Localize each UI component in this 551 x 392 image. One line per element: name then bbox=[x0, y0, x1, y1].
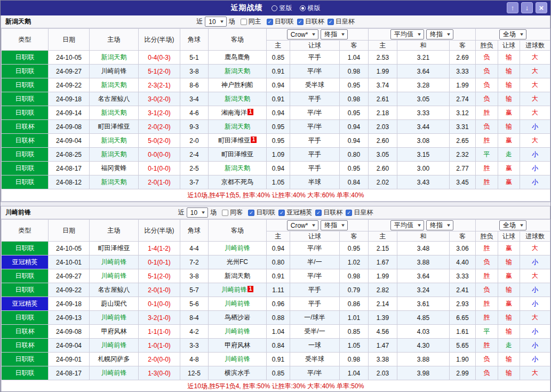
result-handicap: 走 bbox=[498, 148, 520, 162]
same-venue-checkbox[interactable]: 同主 bbox=[241, 17, 261, 26]
avg-away: 2.32 bbox=[450, 148, 476, 162]
handicap: 半球 bbox=[290, 175, 340, 189]
match-type: 日职联 bbox=[2, 65, 49, 78]
odds-time-select[interactable]: 终指▼ bbox=[321, 29, 348, 39]
corner-score: 3-8 bbox=[180, 65, 209, 78]
match-row: 日职联24-09-27川崎前锋5-1(2-0)3-8新潟天鹅0.91平/半0.9… bbox=[2, 269, 550, 283]
handicap: 平/半 bbox=[290, 120, 340, 134]
radio-vertical-layout[interactable]: 竖版 bbox=[271, 4, 292, 13]
match-date: 24-09-04 bbox=[49, 339, 90, 353]
result-goals: 大 bbox=[520, 92, 550, 106]
away-team: 町田泽维亚 bbox=[209, 148, 267, 162]
avg-home: 1.39 bbox=[369, 311, 397, 325]
close-button[interactable]: × bbox=[536, 2, 547, 13]
scroll-down-button[interactable]: ↓ bbox=[521, 2, 533, 13]
match-type: 日职联 bbox=[2, 366, 49, 380]
match-score: 2-0(2-0) bbox=[139, 120, 180, 134]
col-header-date: 日期 bbox=[49, 29, 90, 51]
same-venue-checkbox[interactable]: 同客 bbox=[222, 208, 243, 217]
match-row: 日职联24-09-18名古屋鲸八3-0(2-0)3-4新潟天鹅0.91平手0.9… bbox=[2, 92, 550, 106]
avg-source-select[interactable]: 平均值▼ bbox=[390, 29, 424, 39]
col-header-date: 日期 bbox=[49, 220, 90, 242]
odds-away: 0.98 bbox=[340, 65, 369, 78]
checkbox-icon: ✓ bbox=[267, 19, 273, 25]
odds-away: 1.04 bbox=[340, 366, 369, 380]
radio-label: 竖版 bbox=[280, 4, 292, 13]
match-score: 1-4(1-2) bbox=[139, 242, 180, 255]
competition-checkbox[interactable]: ✓日职联 bbox=[248, 208, 275, 217]
match-date: 24-09-08 bbox=[49, 120, 90, 134]
odds-away: 0.98 bbox=[340, 353, 369, 366]
corner-score: 2-0 bbox=[180, 134, 209, 148]
competition-checkbox[interactable]: ✓亚冠精英 bbox=[278, 208, 312, 217]
radio-icon bbox=[300, 5, 306, 11]
subcol-odds-away: 客 bbox=[340, 41, 369, 51]
result-goals: 大 bbox=[520, 106, 550, 120]
match-count-select[interactable]: 10▼ bbox=[205, 17, 226, 27]
team-link: 新潟天鹅 bbox=[225, 272, 250, 279]
competition-checkbox[interactable]: ✓日联杯 bbox=[297, 17, 324, 26]
avg-home: 4.56 bbox=[369, 325, 397, 339]
odds-time-select[interactable]: 终指▼ bbox=[321, 220, 348, 230]
odds-home: 0.91 bbox=[267, 353, 290, 366]
competition-checkbox[interactable]: ✓日职联 bbox=[267, 17, 294, 26]
odds-away: 0.86 bbox=[340, 297, 369, 311]
away-team: 横滨水手 bbox=[209, 366, 267, 380]
home-team: 名古屋鲸八 bbox=[90, 283, 139, 297]
handicap: 受半球 bbox=[290, 78, 340, 92]
avg-away: 3.45 bbox=[450, 175, 476, 189]
period-select[interactable]: 全场▼ bbox=[499, 220, 526, 230]
odds-away: 1.05 bbox=[340, 339, 369, 353]
result-outcome: 胜 bbox=[476, 297, 498, 311]
scroll-up-button[interactable]: ↑ bbox=[507, 2, 518, 13]
competition-checkbox[interactable]: ✓日联杯 bbox=[315, 208, 342, 217]
avg-source-select[interactable]: 平均值▼ bbox=[390, 220, 424, 230]
match-type: 亚冠精英 bbox=[2, 255, 49, 269]
summary-row: 近10场,胜4平1负5, 胜率:40% 让胜率:40% 大率:60% 单率:40… bbox=[2, 189, 550, 202]
avg-home: 2.03 bbox=[369, 366, 397, 380]
match-row: 日职联24-09-22新潟天鹅2-3(2-1)8-6神户胜利船0.94受半球0.… bbox=[2, 78, 550, 92]
checkbox-icon: ✓ bbox=[248, 210, 254, 216]
team-link: 町田泽维亚 bbox=[221, 150, 253, 158]
result-handicap: 输 bbox=[498, 366, 520, 380]
team-link: 川崎前锋 bbox=[101, 67, 127, 75]
match-score: 3-1(2-0) bbox=[139, 106, 180, 120]
odds-home: 0.94 bbox=[267, 242, 290, 255]
match-score: 5-1(2-0) bbox=[139, 65, 180, 78]
games-label: 场 bbox=[229, 17, 235, 26]
corner-score: 3-4 bbox=[180, 92, 209, 106]
result-goals: 小 bbox=[520, 325, 550, 339]
avg-time-select[interactable]: 终指▼ bbox=[426, 220, 453, 230]
team-link: 新潟天鹅 bbox=[101, 150, 127, 158]
competition-checkbox[interactable]: ✓日皇杯 bbox=[328, 17, 355, 26]
match-count-select[interactable]: 10▼ bbox=[187, 207, 208, 218]
checkbox-label: 亚冠精英 bbox=[286, 208, 312, 217]
period-select[interactable]: 全场▼ bbox=[499, 29, 526, 39]
odds-source-select[interactable]: Crow*▼ bbox=[287, 29, 319, 39]
result-outcome: 胜 bbox=[476, 311, 498, 325]
result-handicap: 赢 bbox=[498, 297, 520, 311]
chevron-down-icon: ▼ bbox=[201, 210, 206, 215]
result-group-header: 全场▼ bbox=[476, 220, 550, 231]
result-goals: 大 bbox=[520, 311, 550, 325]
team-name: 新潟天鹅 bbox=[5, 17, 31, 26]
home-team: 新潟天鹅 bbox=[90, 106, 139, 120]
match-row: 日联杯24-09-08町田泽维亚2-0(2-0)9-3新潟天鹅0.95平/半0.… bbox=[2, 120, 550, 134]
competition-checkbox[interactable]: ✓日皇杯 bbox=[346, 208, 373, 217]
corner-score: 5-1 bbox=[180, 51, 209, 65]
avg-time-select[interactable]: 终指▼ bbox=[426, 29, 453, 39]
col-header-corner: 角球 bbox=[180, 29, 209, 51]
col-header-corner: 角球 bbox=[180, 220, 209, 242]
result-outcome: 胜 bbox=[476, 242, 498, 255]
result-outcome: 平 bbox=[476, 148, 498, 162]
result-handicap: 输 bbox=[498, 65, 520, 78]
checkbox-label: 日职联 bbox=[275, 17, 294, 26]
team-link: 町田泽维亚 bbox=[98, 123, 130, 130]
odds-source-select[interactable]: Crow*▼ bbox=[287, 220, 319, 230]
avg-away: 3.33 bbox=[450, 65, 476, 78]
radio-horizontal-layout[interactable]: 横版 bbox=[300, 4, 321, 13]
subcol-odds-away: 客 bbox=[340, 231, 369, 242]
result-outcome: 负 bbox=[476, 353, 498, 366]
match-score: 3-2(1-0) bbox=[139, 311, 180, 325]
result-outcome: 负 bbox=[476, 78, 498, 92]
